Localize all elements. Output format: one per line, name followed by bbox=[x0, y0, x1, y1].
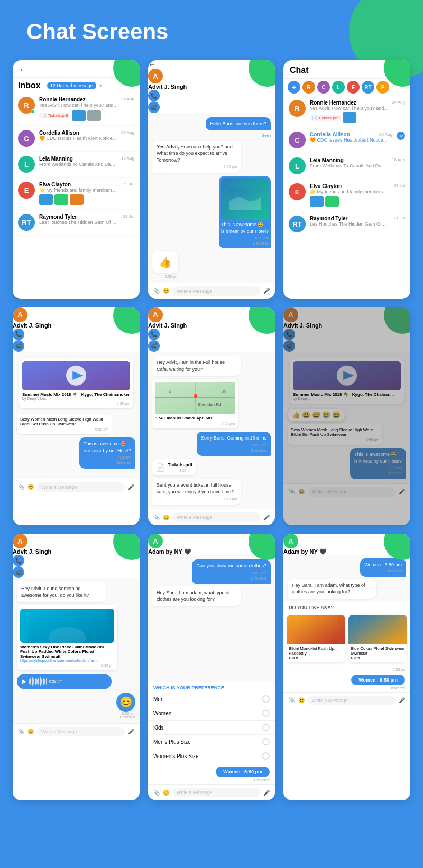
music-card: Summer Music Mix 2018 🌴 - Kygo, The Chai… bbox=[290, 358, 404, 404]
microphone-icon[interactable]: 🎤 bbox=[128, 484, 134, 490]
contact-avatar[interactable]: E bbox=[347, 81, 360, 94]
attachment-icon[interactable]: 📎 bbox=[18, 729, 24, 734]
product-price: £ 3.5 bbox=[289, 656, 343, 660]
avatar: RT bbox=[289, 216, 306, 232]
contact-avatar[interactable]: L bbox=[332, 81, 345, 94]
message-input[interactable]: Write a Message bbox=[37, 482, 125, 492]
video-call-button[interactable]: 📹 bbox=[283, 340, 295, 352]
video-call-button[interactable]: 📹 bbox=[13, 566, 24, 578]
contact-avatar[interactable]: C bbox=[317, 81, 330, 94]
product-title: Blue Colors Floral Swimwear Swimsuit bbox=[351, 646, 405, 656]
option-mens-plus[interactable]: Men's Plus Size bbox=[148, 735, 275, 749]
message-bubble-sent: Can you show me some clothes? 6:50 pm De… bbox=[192, 559, 271, 584]
product-card[interactable]: Blue Colors Floral Swimwear Swimsuit £ 3… bbox=[348, 615, 407, 662]
radio-women[interactable] bbox=[262, 710, 270, 717]
add-contact-button[interactable]: + bbox=[288, 81, 300, 94]
list-item[interactable]: E Elva Clayton 29 Jul 🌟 My friends and f… bbox=[13, 178, 140, 210]
radio-womens-plus[interactable] bbox=[262, 752, 270, 760]
reaction-thumbs-up[interactable]: 👍 bbox=[292, 411, 300, 419]
emoji-picker-icon[interactable]: 😊 bbox=[163, 790, 169, 796]
message-input[interactable]: Write a Message bbox=[172, 286, 260, 296]
list-item[interactable]: R Ronnie Hernandez 24 Aug Yes Advit, How… bbox=[283, 96, 410, 127]
map-pin-icon: 📍 bbox=[191, 394, 200, 402]
video-call-button[interactable]: 📹 bbox=[13, 340, 24, 352]
emoji-sent: 😊 5:50 pm Delivered bbox=[116, 693, 135, 719]
avatar: C bbox=[18, 130, 35, 147]
phone-call-button[interactable]: 📞 bbox=[148, 90, 160, 101]
list-item[interactable]: RT Raymond Tyler 21 Jul Les Houches The … bbox=[283, 211, 410, 237]
option-men[interactable]: Men bbox=[148, 692, 275, 706]
list-item[interactable]: R Ronnie Hernandez 24 Aug Yes Advit, How… bbox=[13, 92, 140, 126]
list-item[interactable]: RT Raymond Tyler 21 Jul Les Houches The … bbox=[13, 210, 140, 236]
back-arrow-icon[interactable]: ← bbox=[148, 60, 155, 69]
product-card[interactable]: Bikini Monokini Push Up Padded y... £ 3.… bbox=[287, 615, 345, 662]
attachment-icon[interactable]: 📎 bbox=[18, 484, 24, 490]
unread-count: 02 bbox=[397, 132, 405, 140]
radio-kids[interactable] bbox=[262, 724, 270, 731]
reaction-sweat-smile[interactable]: 😅 bbox=[312, 411, 320, 419]
contact-name: Cordelia Allison bbox=[310, 132, 350, 137]
list-item[interactable]: L Lela Manning 16 Aug From Wetlands To C… bbox=[283, 153, 410, 179]
attachment-icon[interactable]: 📎 bbox=[289, 489, 295, 494]
emoji-picker-icon[interactable]: 😊 bbox=[163, 515, 169, 520]
phone-call-button[interactable]: 📞 bbox=[13, 555, 24, 566]
option-womens-plus[interactable]: Women's Plus Size bbox=[148, 749, 275, 763]
message-input[interactable]: Write a Message bbox=[308, 487, 396, 497]
emoji-picker-icon[interactable]: 😊 bbox=[298, 489, 305, 494]
chat-input-bar: 📎 😊 Write a Message 🎤 bbox=[148, 784, 275, 800]
contact-avatar[interactable]: RT bbox=[362, 81, 374, 94]
emoji-picker-icon[interactable]: 😊 bbox=[298, 697, 305, 703]
emoji-picker-icon[interactable]: 😊 bbox=[163, 288, 169, 294]
reaction-laugh[interactable]: 😆 bbox=[332, 411, 341, 419]
message-input[interactable]: Write a Message bbox=[172, 512, 260, 522]
message-input[interactable]: Write a Message bbox=[37, 727, 125, 736]
thumbnail bbox=[54, 194, 68, 205]
back-arrow-icon[interactable]: ← bbox=[19, 66, 26, 74]
dropdown-icon[interactable]: ▾ bbox=[99, 83, 102, 88]
product-title: Women's Sexy One Piece Bikini Monokini P… bbox=[20, 645, 114, 659]
message-input[interactable]: Write a Message bbox=[308, 696, 396, 705]
screens-grid: ← 🔍 Inbox 12 Unread message ▾ R Ronnie H… bbox=[0, 55, 423, 816]
microphone-icon[interactable]: 🎤 bbox=[128, 729, 134, 734]
attachment-icon[interactable]: 📎 bbox=[153, 790, 160, 796]
list-item[interactable]: L Lela Manning 16 Aug From Wetlands To C… bbox=[13, 152, 140, 178]
radio-men[interactable] bbox=[262, 695, 270, 703]
reaction-smile[interactable]: 😃 bbox=[302, 411, 310, 419]
microphone-icon[interactable]: 🎤 bbox=[399, 489, 405, 494]
list-item[interactable]: E Elva Clayton 29 Jul 🌟 My friends and f… bbox=[283, 179, 410, 211]
option-kids[interactable]: Kids bbox=[148, 721, 275, 735]
emoji-picker-icon[interactable]: 😊 bbox=[27, 729, 34, 734]
attachment-icon[interactable]: 📎 bbox=[153, 515, 160, 520]
message-input[interactable]: Write a Message bbox=[172, 788, 260, 797]
microphone-icon[interactable]: 🎤 bbox=[263, 288, 270, 294]
message-bubble-received: Hey Sara, I am adam, what type of clothe… bbox=[288, 579, 376, 599]
thumbnail bbox=[70, 194, 84, 205]
contact-avatar[interactable]: P bbox=[376, 81, 389, 94]
radio-mens-plus[interactable] bbox=[262, 738, 270, 745]
screen-chat-bikini: A Advit J. Singh 📞 📹 Hey Advit, Found so… bbox=[13, 534, 140, 800]
microphone-icon[interactable]: 🎤 bbox=[399, 697, 405, 703]
list-item[interactable]: C Cordelia Allison 20 Aug 🧡 CDC Issues H… bbox=[283, 127, 410, 153]
attachment-icon[interactable]: 📎 bbox=[289, 697, 295, 703]
reaction-cry[interactable]: 😢 bbox=[322, 411, 330, 419]
messages-area: Women 6:50 pm Delivered Hey Sara, I am a… bbox=[283, 555, 410, 602]
attachment-icon[interactable]: 📎 bbox=[153, 288, 160, 294]
music-title: Summer Music Mix 2018 🌴 - Kygo, The Chai… bbox=[22, 392, 130, 397]
option-women[interactable]: Women bbox=[148, 706, 275, 721]
video-call-button[interactable]: 📹 bbox=[148, 340, 160, 352]
emoji-reactions-popup[interactable]: 👍 😃 😅 😢 😆 bbox=[288, 409, 345, 421]
screen-chat-reactions: A Advit J. Singh 📞 📹 Summer Music Mix 20… bbox=[283, 307, 410, 525]
microphone-icon[interactable]: 🎤 bbox=[263, 515, 270, 520]
phone-call-button[interactable]: 📞 bbox=[283, 329, 295, 340]
video-call-button[interactable]: 📹 bbox=[148, 101, 160, 113]
list-item[interactable]: C Cordelia Allison 20 Aug 🧡 CDC Issues H… bbox=[13, 126, 140, 152]
phone-call-button[interactable]: 📞 bbox=[148, 329, 160, 340]
avatar: L bbox=[289, 157, 306, 174]
contact-avatar[interactable]: R bbox=[302, 81, 315, 94]
microphone-icon[interactable]: 🎤 bbox=[263, 790, 270, 796]
pdf-attachment: 📄 Tickets.pdf bbox=[310, 115, 341, 121]
emoji-picker-icon[interactable]: 😊 bbox=[27, 484, 34, 490]
product-time: 6:50 pm bbox=[283, 666, 410, 674]
play-icon[interactable]: ▶ bbox=[22, 678, 26, 684]
phone-call-button[interactable]: 📞 bbox=[13, 329, 24, 340]
